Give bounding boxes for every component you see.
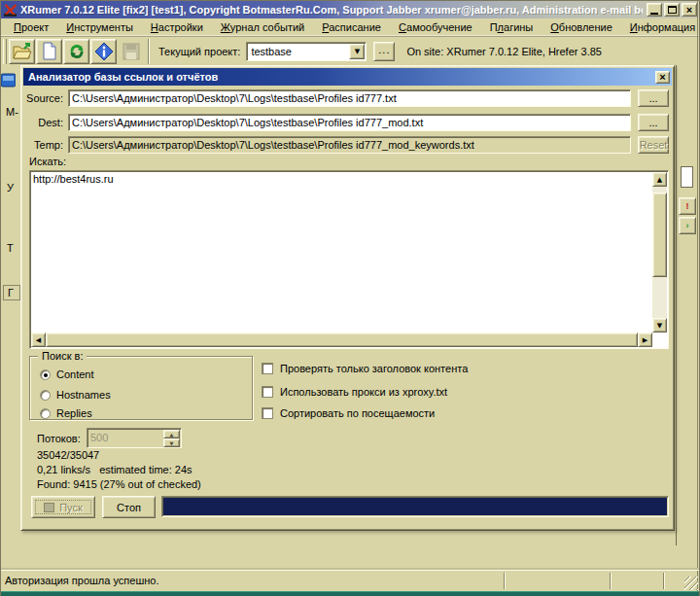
spinner-down-icon[interactable]: ▼ bbox=[163, 438, 180, 447]
save-project-button[interactable] bbox=[118, 39, 144, 64]
new-project-button[interactable] bbox=[36, 39, 62, 64]
window-right-edge bbox=[697, 1, 698, 591]
checkbox-sort-by-traffic-label: Сортировать по посещаемости bbox=[280, 407, 435, 419]
search-label: Искать: bbox=[29, 156, 66, 167]
dialog-titlebar: Анализатор базы ссылок и отчётов × bbox=[23, 68, 672, 86]
start-button[interactable]: Пуск bbox=[31, 496, 95, 518]
menu-item-proekt[interactable]: Проект bbox=[5, 19, 57, 35]
menu-item-instrumenty[interactable]: Инструменты bbox=[57, 19, 142, 35]
stop-button-label: Стоп bbox=[117, 502, 141, 513]
menu-bar: ПроектИнструментыНастройкиЖурнал событий… bbox=[1, 18, 699, 36]
progress-bar-fill bbox=[163, 498, 667, 515]
minimize-button[interactable] bbox=[647, 3, 662, 17]
menu-item-plaginy[interactable]: Плагины bbox=[481, 19, 542, 35]
speed-text: 0,21 links/s estimated time: 24s bbox=[37, 464, 192, 475]
checkbox-icon[interactable] bbox=[262, 386, 273, 398]
dialog-close-button[interactable]: × bbox=[655, 71, 670, 84]
scroll-right-icon[interactable]: ▶ bbox=[638, 333, 652, 347]
menu-item-raspisanie[interactable]: Расписание bbox=[313, 19, 390, 35]
background-tab-fragment: У bbox=[7, 182, 14, 193]
stop-button[interactable]: Стоп bbox=[102, 496, 156, 518]
radio-hostnames-label: Hostnames bbox=[56, 389, 111, 401]
progress-bar bbox=[161, 496, 669, 517]
vertical-scrollbar-thumb[interactable] bbox=[652, 193, 667, 277]
xrumer-app-icon bbox=[4, 4, 18, 17]
search-in-legend: Поиск в: bbox=[38, 350, 87, 362]
onsite-status-label: On site: XRumer 7.0.12 Elite, Hrefer 3.8… bbox=[406, 46, 602, 57]
reset-button[interactable]: Reset bbox=[638, 136, 669, 154]
open-project-button[interactable] bbox=[9, 39, 35, 64]
vertical-scrollbar[interactable]: ▲ ▼ bbox=[652, 172, 667, 333]
browse-project-button[interactable]: ... bbox=[373, 42, 395, 61]
source-label: Source: bbox=[25, 92, 68, 104]
scroll-down-icon[interactable]: ▼ bbox=[652, 318, 667, 333]
background-slider[interactable] bbox=[681, 166, 693, 188]
checkbox-sort-by-traffic[interactable]: Сортировать по посещаемости bbox=[262, 407, 435, 419]
status-separator bbox=[504, 573, 506, 589]
search-in-groupbox: Поиск в: Content Hostnames Replies bbox=[29, 356, 253, 420]
minimize-icon bbox=[650, 13, 658, 15]
window-title: XRumer 7.0.12 Elite [fix2] [test1], Copy… bbox=[20, 4, 643, 16]
horizontal-scrollbar[interactable]: ◀ ▶ bbox=[31, 333, 652, 347]
refresh-icon bbox=[68, 43, 86, 60]
analyzer-dialog: Анализатор базы ссылок и отчётов × Sourc… bbox=[20, 65, 675, 531]
checkbox-header-only[interactable]: Проверять только заголовок контента bbox=[262, 363, 468, 374]
radio-button-icon[interactable] bbox=[40, 369, 51, 380]
dest-path-input[interactable]: C:\Users\Администратор\Desktop\7\Logs\te… bbox=[68, 114, 631, 131]
threads-value: 500 bbox=[90, 432, 108, 443]
radio-button-icon[interactable] bbox=[40, 408, 51, 419]
found-text: Found: 9415 (27% out of checked) bbox=[37, 478, 201, 490]
scroll-up-icon[interactable]: ▲ bbox=[652, 172, 667, 187]
radio-button-icon[interactable] bbox=[40, 390, 51, 401]
open-folder-icon bbox=[13, 43, 32, 60]
refresh-project-button[interactable] bbox=[63, 39, 89, 64]
eta-value: estimated time: 24s bbox=[99, 464, 192, 475]
source-browse-button[interactable]: ... bbox=[638, 89, 669, 107]
threads-label: Потоков: bbox=[37, 433, 81, 444]
horizontal-scrollbar-thumb[interactable] bbox=[46, 333, 638, 347]
close-icon: × bbox=[659, 72, 665, 83]
menu-item-samoobuchenie[interactable]: Самообучение bbox=[390, 19, 481, 35]
radio-replies-label: Replies bbox=[56, 407, 92, 419]
menu-item-obnovlenie[interactable]: Обновление bbox=[542, 19, 621, 35]
spinner-up-icon[interactable]: ▲ bbox=[163, 430, 180, 438]
radio-content[interactable]: Content bbox=[40, 368, 94, 380]
status-text: Авторизация прошла успешно. bbox=[5, 575, 159, 586]
radio-hostnames[interactable]: Hostnames bbox=[40, 389, 111, 401]
source-path-input[interactable]: C:\Users\Администратор\Desktop\7\Logs\te… bbox=[68, 89, 631, 107]
dest-browse-button[interactable]: ... bbox=[638, 114, 669, 131]
search-textarea[interactable]: http://best4rus.ru ▲ ▼ ◀ ▶ bbox=[29, 170, 669, 349]
scroll-left-icon[interactable]: ◀ bbox=[31, 333, 46, 347]
close-button[interactable]: × bbox=[682, 3, 697, 17]
background-alert-button[interactable]: ! bbox=[679, 197, 696, 215]
current-project-combobox[interactable]: testbase ▼ bbox=[246, 42, 367, 61]
background-box-fragment: Г bbox=[3, 285, 20, 300]
window-titlebar: XRumer 7.0.12 Elite [fix2] [test1], Copy… bbox=[1, 1, 699, 18]
resize-grip[interactable] bbox=[684, 577, 698, 590]
background-go-button[interactable]: › bbox=[679, 217, 696, 234]
status-bar: Авторизация прошла успешно. bbox=[1, 570, 699, 591]
background-tab-fragment-2: Т bbox=[7, 242, 14, 254]
toolbar-grip[interactable] bbox=[3, 39, 7, 64]
search-text[interactable]: http://best4rus.ru bbox=[31, 172, 652, 333]
background-right-panel: ! › bbox=[676, 65, 698, 545]
maximize-button[interactable] bbox=[664, 3, 680, 17]
chevron-down-icon[interactable]: ▼ bbox=[349, 44, 365, 59]
dest-row: Dest: C:\Users\Администратор\Desktop\7\L… bbox=[25, 114, 669, 131]
info-button[interactable] bbox=[90, 39, 117, 64]
temp-label: Temp: bbox=[25, 139, 68, 151]
maximize-icon bbox=[668, 6, 677, 14]
checkbox-use-proxy-label: Использовать прокси из xproxy.txt bbox=[280, 386, 447, 398]
menu-item-informatsiya[interactable]: Информация bbox=[621, 19, 700, 35]
close-icon: × bbox=[686, 5, 692, 16]
checkbox-use-proxy[interactable]: Использовать прокси из xproxy.txt bbox=[262, 386, 447, 398]
checkbox-icon[interactable] bbox=[262, 407, 273, 419]
radio-replies[interactable]: Replies bbox=[40, 407, 92, 419]
main-toolbar: Текущий проект: testbase ▼ ... On site: … bbox=[1, 36, 699, 65]
menu-item-nastroyki[interactable]: Настройки bbox=[142, 19, 212, 35]
checkbox-icon[interactable] bbox=[262, 363, 273, 374]
menu-item-zhurnal-sobytiy[interactable]: Журнал событий bbox=[212, 19, 313, 35]
current-project-label: Текущий проект: bbox=[158, 46, 240, 57]
threads-spinner[interactable]: 500 ▲ ▼ bbox=[87, 428, 182, 448]
status-separator bbox=[663, 573, 665, 589]
